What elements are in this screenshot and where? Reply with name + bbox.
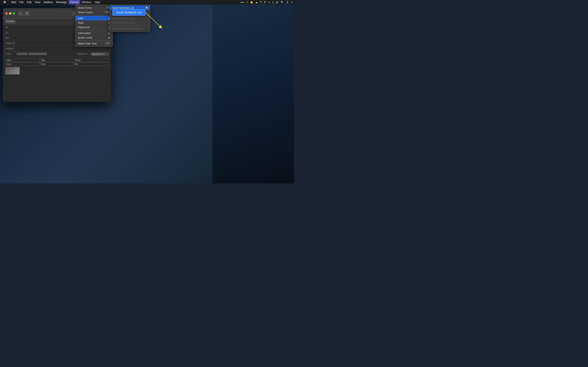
menu-separator-1 xyxy=(75,15,113,15)
menubar-view[interactable]: View xyxy=(33,0,42,4)
menubar: ⌘ Mail File Edit View Mailbox Message Fo… xyxy=(0,0,294,4)
send-button[interactable]: ▷ xyxy=(18,11,23,16)
cell-three: Three xyxy=(73,58,109,62)
menubar-window[interactable]: Window xyxy=(80,0,93,4)
cell-six: Six xyxy=(73,62,109,66)
menubar-help[interactable]: Help xyxy=(93,0,102,4)
menubar-right-icons: ▪▪▪▪ ⬡ 🔔 ☁ ⏱ ⁋ ▭ 𝄞 🔊 🔍 👤 ≡ xyxy=(241,1,292,4)
font-family-picker[interactable]: Helvetic xyxy=(5,20,16,24)
shortcut-make-plain: ⇧⌘T xyxy=(104,42,110,45)
apple-menu[interactable]: ⌘ xyxy=(2,0,8,4)
cell-four: Four xyxy=(5,62,39,66)
quote-level-submenu-arrow: ▶ xyxy=(109,36,110,39)
email-body[interactable]: One Two Three Four Five Six xyxy=(3,57,111,76)
menubar-message[interactable]: Message xyxy=(54,0,69,4)
signature-select-wrapper: Signature #1 xyxy=(90,52,109,56)
from-field-row: From: Signature: Signature #1 xyxy=(3,51,111,57)
volume-icon: 🔊 xyxy=(276,1,279,4)
menu-item-quote-level[interactable]: Quote Level ▶ xyxy=(75,35,113,40)
signature-label: Signature: xyxy=(77,52,88,55)
menu-item-show-colors[interactable]: Show Colors ⇧⌘C xyxy=(75,10,113,15)
window-toolbar: ▷ ☰ xyxy=(18,11,30,16)
list-view-button[interactable]: ☰ xyxy=(25,11,30,16)
from-account-pill xyxy=(17,53,28,55)
bcc-label: Bcc: xyxy=(5,36,17,39)
cell-two: Two xyxy=(40,58,73,62)
menu-item-indentation[interactable]: Indentation ▶ xyxy=(75,31,113,35)
body-table: One Two Three Four Five Six xyxy=(5,58,109,66)
notification-icon: 🔔 xyxy=(250,1,253,4)
close-button[interactable] xyxy=(5,12,8,15)
menu-item-lists[interactable]: Lists ▶ xyxy=(75,16,113,20)
menubar-mailbox[interactable]: Mailbox xyxy=(42,0,54,4)
from-email-pill xyxy=(29,53,47,55)
menu-separator-2 xyxy=(75,30,113,30)
signature-select[interactable]: Signature #1 xyxy=(90,52,109,56)
bulleted-indicator-dot xyxy=(146,7,148,8)
menu-item-decrease-level: Decrease List Level xyxy=(110,20,150,25)
format-dropdown-menu: Show Fonts ⌘T Show Colors ⇧⌘C Lists ▶ St… xyxy=(75,4,113,47)
replyto-label: Reply To: xyxy=(5,42,17,45)
dropbox-icon: ⬡ xyxy=(246,1,248,4)
minimize-button[interactable] xyxy=(9,12,11,15)
desktop-mountain xyxy=(212,0,294,184)
menu-item-style[interactable]: Style ▶ xyxy=(75,20,113,25)
menubar-edit[interactable]: Edit xyxy=(25,0,33,4)
menu-item-alignment[interactable]: Alignment ▶ xyxy=(75,25,113,29)
battery-icon: ▪▪▪▪ xyxy=(241,1,244,4)
menu-item-convert-numbered: Convert to Numbered List xyxy=(110,26,150,31)
menu-item-make-plain-text[interactable]: Make Plain Text ⇧⌘T xyxy=(75,41,113,46)
signature-area: Signature: Signature #1 xyxy=(77,52,109,56)
wifi-icon: 𝄞 xyxy=(272,1,274,4)
cell-five: Five xyxy=(40,62,73,66)
menu-separator-3 xyxy=(75,40,113,41)
menu-item-increase-level: Increase List Level xyxy=(110,16,150,20)
menu-extra-icon: ≡ xyxy=(291,1,292,4)
insert-bulleted-tooltip: Insert Bulleted List xyxy=(112,9,146,16)
cell-one: One xyxy=(5,58,39,62)
bluetooth-icon: ⁋ xyxy=(264,1,266,4)
from-label: From: xyxy=(5,52,17,55)
airplay-icon: ▭ xyxy=(268,1,270,4)
user-icon: 👤 xyxy=(286,1,289,4)
lists-submenu-menu: Insert Bulleted List Insert Numbered Lis… xyxy=(109,4,150,32)
lists-separator-2 xyxy=(110,25,150,26)
subject-label: Subject: xyxy=(5,47,17,50)
maximize-button[interactable] xyxy=(13,12,15,15)
search-icon[interactable]: 🔍 xyxy=(281,1,284,4)
cc-label: Cc: xyxy=(5,31,17,34)
indentation-submenu-arrow: ▶ xyxy=(109,32,110,34)
cloud-icon: ☁ xyxy=(255,1,258,4)
body-image xyxy=(5,67,20,75)
to-label: To: xyxy=(5,26,17,29)
menu-item-show-fonts[interactable]: Show Fonts ⌘T xyxy=(75,6,113,10)
timemachine-icon: ⏱ xyxy=(260,1,262,4)
menubar-mail[interactable]: Mail xyxy=(9,0,18,4)
menubar-format[interactable]: Format xyxy=(69,0,80,4)
menubar-file[interactable]: File xyxy=(18,0,25,4)
